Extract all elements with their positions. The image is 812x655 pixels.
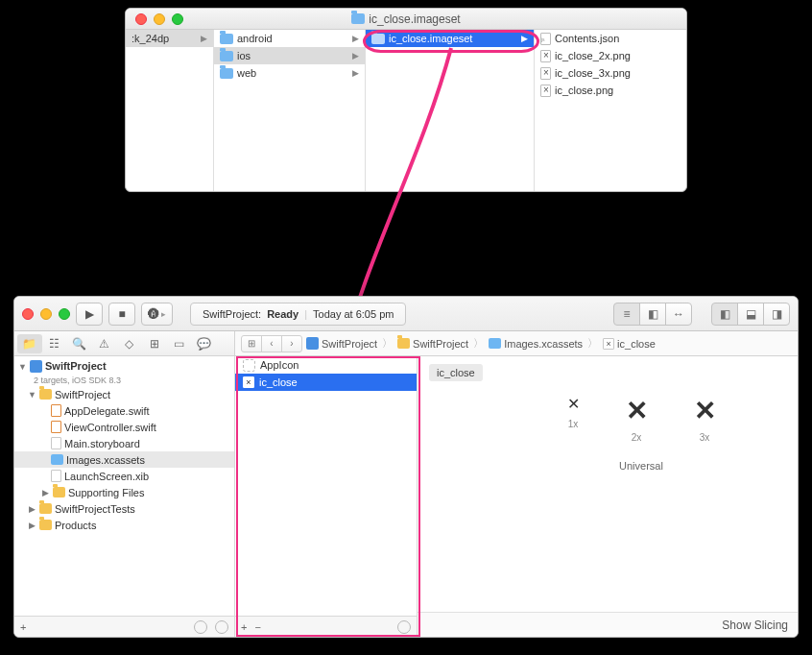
search-icon: 🔍 bbox=[72, 337, 86, 351]
stop-button[interactable]: ■ bbox=[108, 303, 135, 326]
assistant-editor-icon: ◧ bbox=[646, 307, 659, 321]
finder-item[interactable]: :k_24dp ▶ bbox=[126, 30, 213, 47]
tree-group-row[interactable]: ▶ Supporting Files bbox=[14, 484, 234, 500]
maximize-icon[interactable] bbox=[59, 308, 70, 320]
minimize-icon[interactable] bbox=[154, 13, 165, 25]
tree-group-row[interactable]: ▶ Products bbox=[14, 517, 234, 533]
tree-label: SwiftProjectTests bbox=[55, 503, 135, 515]
breadcrumb[interactable]: SwiftProject 〉 SwiftProject 〉 Images.xca… bbox=[306, 336, 656, 351]
add-button[interactable]: + bbox=[20, 621, 26, 633]
finder-column-1: android ▶ ios ▶ web ▶ bbox=[214, 30, 366, 191]
debug-navigator-tab[interactable]: ⊞ bbox=[142, 334, 167, 353]
toggle-debug-button[interactable]: ⬓ bbox=[737, 303, 764, 326]
bottom-panel-icon: ⬓ bbox=[744, 307, 757, 321]
test-navigator-tab[interactable]: ◇ bbox=[117, 334, 142, 353]
chevron-right-icon: ▸ bbox=[161, 309, 166, 319]
project-name: SwiftProject bbox=[45, 361, 107, 372]
maximize-icon[interactable] bbox=[172, 13, 183, 25]
finder-item-label: ic_close.imageset bbox=[389, 33, 472, 44]
tree-label: Main.storyboard bbox=[64, 438, 140, 449]
remove-button[interactable]: − bbox=[254, 621, 260, 633]
stop-icon: ■ bbox=[118, 307, 125, 321]
project-subtitle-row: 2 targets, iOS SDK 8.3 bbox=[14, 375, 234, 386]
crumb-label: Images.xcassets bbox=[504, 338, 583, 350]
issue-navigator-tab[interactable]: ⚠ bbox=[92, 334, 117, 353]
finder-item-ios[interactable]: ios ▶ bbox=[214, 47, 365, 64]
folder-icon bbox=[351, 13, 365, 24]
tree-label: LaunchScreen.xib bbox=[64, 471, 149, 482]
status-state: Ready bbox=[267, 308, 299, 320]
tree-label: SwiftProject bbox=[55, 389, 110, 400]
filter-button[interactable] bbox=[397, 620, 411, 634]
imageset-icon: × bbox=[243, 376, 254, 388]
tree-file-row[interactable]: ViewController.swift bbox=[14, 419, 234, 435]
disclosure-icon[interactable]: ▼ bbox=[28, 390, 36, 400]
image-slot-2x[interactable]: ✕ 2x bbox=[626, 395, 648, 443]
disclosure-icon[interactable]: ▶ bbox=[28, 521, 36, 530]
standard-editor-icon: ≡ bbox=[620, 307, 633, 321]
finder-window: ic_close.imageset :k_24dp ▶ android ▶ io… bbox=[125, 8, 687, 192]
show-slicing-button[interactable]: Show Slicing bbox=[722, 619, 788, 632]
find-navigator-tab[interactable]: 🔍 bbox=[67, 334, 92, 353]
tree-file-row[interactable]: Main.storyboard bbox=[14, 435, 234, 451]
navigator-footer: + bbox=[14, 616, 234, 637]
go-back-button[interactable]: ‹ bbox=[261, 335, 282, 352]
swift-file-icon bbox=[51, 404, 61, 417]
folder-icon bbox=[220, 51, 233, 61]
finder-item-android[interactable]: android ▶ bbox=[214, 30, 365, 47]
finder-column-2: ic_close.imageset ▶ bbox=[366, 30, 535, 191]
crumb-label: ic_close bbox=[617, 338, 656, 350]
related-items-button[interactable]: ⊞ bbox=[241, 335, 262, 352]
filter-recent-button[interactable] bbox=[194, 620, 207, 634]
image-slot-3x[interactable]: ✕ 3x bbox=[694, 395, 716, 443]
disclosure-icon[interactable]: ▶ bbox=[28, 504, 36, 514]
disclosure-icon[interactable]: ▼ bbox=[18, 362, 27, 372]
project-tree: ▼ SwiftProject 2 targets, iOS SDK 8.3 ▼ … bbox=[14, 356, 234, 616]
breakpoint-navigator-tab[interactable]: ▭ bbox=[167, 334, 192, 353]
version-editor-button[interactable]: ↔ bbox=[665, 303, 692, 326]
project-navigator-tab[interactable]: 📁 bbox=[17, 334, 42, 353]
folder-icon bbox=[220, 68, 233, 79]
activity-status: SwiftProject: Ready | Today at 6:05 pm bbox=[190, 303, 406, 326]
finder-item-imageset[interactable]: ic_close.imageset ▶ bbox=[366, 30, 534, 47]
folder-icon bbox=[53, 487, 65, 497]
symbol-navigator-tab[interactable]: ☷ bbox=[42, 334, 67, 353]
chevron-right-icon: ▶ bbox=[201, 34, 207, 43]
asset-row-appicon[interactable]: AppIcon bbox=[235, 356, 417, 374]
close-icon[interactable] bbox=[22, 308, 34, 320]
run-button[interactable]: ▶ bbox=[76, 303, 103, 326]
finder-file[interactable]: ic_close_3x.png bbox=[535, 64, 686, 82]
standard-editor-button[interactable]: ≡ bbox=[613, 303, 640, 326]
tree-file-row[interactable]: Images.xcassets bbox=[14, 451, 234, 468]
asset-list-footer: + − bbox=[235, 616, 417, 637]
finder-file[interactable]: Contents.json bbox=[535, 30, 686, 47]
json-file-icon bbox=[540, 33, 551, 45]
finder-column-3: Contents.json ic_close_2x.png ic_close_3… bbox=[535, 30, 686, 191]
add-button[interactable]: + bbox=[241, 621, 247, 633]
scheme-selector[interactable]: 🅐 ▸ bbox=[141, 303, 173, 326]
tree-label: Supporting Files bbox=[68, 487, 145, 498]
finder-file[interactable]: ic_close.png bbox=[535, 82, 686, 99]
toggle-utilities-button[interactable]: ◨ bbox=[763, 303, 790, 326]
tree-file-row[interactable]: LaunchScreen.xib bbox=[14, 468, 234, 484]
assistant-editor-button[interactable]: ◧ bbox=[639, 303, 666, 326]
tree-group-row[interactable]: ▼ SwiftProject bbox=[14, 386, 234, 402]
tree-group-row[interactable]: ▶ SwiftProjectTests bbox=[14, 500, 234, 517]
minimize-icon[interactable] bbox=[40, 308, 52, 320]
tree-file-row[interactable]: AppDelegate.swift bbox=[14, 402, 234, 419]
finder-item-label: ic_close_3x.png bbox=[555, 67, 631, 79]
finder-item-web[interactable]: web ▶ bbox=[214, 64, 365, 82]
go-forward-button[interactable]: › bbox=[281, 335, 302, 352]
close-icon[interactable] bbox=[135, 13, 147, 25]
disclosure-icon[interactable]: ▶ bbox=[41, 488, 50, 497]
tree-label: Products bbox=[55, 520, 96, 531]
window-title: ic_close.imageset bbox=[126, 12, 686, 26]
tree-project-row[interactable]: ▼ SwiftProject bbox=[14, 358, 234, 375]
image-slot-1x[interactable]: ✕ 1x bbox=[567, 395, 580, 443]
finder-file[interactable]: ic_close_2x.png bbox=[535, 47, 686, 64]
asset-row-icclose[interactable]: × ic_close bbox=[235, 374, 417, 391]
filter-scm-button[interactable] bbox=[215, 620, 228, 634]
report-navigator-tab[interactable]: 💬 bbox=[192, 334, 217, 353]
toggle-navigator-button[interactable]: ◧ bbox=[711, 303, 738, 326]
image-file-icon bbox=[540, 85, 551, 97]
